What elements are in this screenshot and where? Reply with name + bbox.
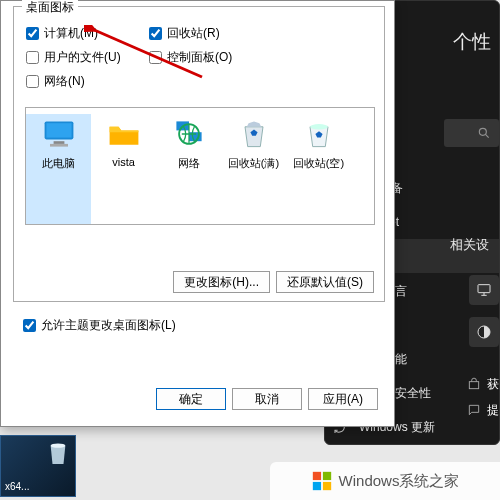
settings-title: 个性 bbox=[453, 29, 491, 55]
svg-rect-23 bbox=[322, 482, 330, 490]
recycle-full-icon bbox=[236, 116, 272, 152]
related-settings-title: 相关设 bbox=[450, 236, 489, 254]
desktop-icon-dialog: 桌面图标 计算机(M) 回收站(R) 用户的文件(U) 控制面板(O) 网络(N… bbox=[0, 0, 395, 427]
svg-rect-14 bbox=[50, 144, 68, 147]
check-recycle[interactable]: 回收站(R) bbox=[149, 25, 220, 42]
feedback-icon bbox=[467, 403, 481, 417]
svg-point-19 bbox=[51, 443, 66, 447]
svg-rect-20 bbox=[312, 472, 320, 480]
recycle-bin-icon[interactable] bbox=[47, 440, 69, 466]
link-store[interactable]: 获 bbox=[467, 371, 499, 397]
check-allow-theme[interactable]: 允许主题更改桌面图标(L) bbox=[23, 317, 176, 334]
icon-bin-full[interactable]: 回收站(满) bbox=[221, 114, 286, 224]
related-links: 获 提 bbox=[467, 371, 499, 423]
svg-rect-21 bbox=[322, 472, 330, 480]
icon-vista[interactable]: vista bbox=[91, 114, 156, 224]
svg-rect-22 bbox=[312, 482, 320, 490]
ok-button[interactable]: 确定 bbox=[156, 388, 226, 410]
store-icon bbox=[467, 377, 481, 391]
desktop-label: x64... bbox=[5, 481, 29, 492]
svg-line-1 bbox=[485, 134, 488, 137]
svg-point-18 bbox=[310, 124, 328, 129]
search-icon bbox=[477, 126, 491, 140]
icon-thispc[interactable]: 此电脑 bbox=[26, 114, 91, 224]
watermark: Windows系统之家 bbox=[270, 462, 500, 500]
icon-preview-pane: 此电脑 vista 网络 回收站(满) 回收站(空) bbox=[25, 107, 375, 225]
icon-button-row: 更改图标(H)... 还原默认值(S) bbox=[173, 271, 374, 293]
folder-icon bbox=[106, 116, 142, 152]
apply-button[interactable]: 应用(A) bbox=[308, 388, 378, 410]
dialog-footer: 确定 取消 应用(A) bbox=[156, 388, 378, 410]
svg-point-0 bbox=[479, 128, 486, 135]
network-icon bbox=[171, 116, 207, 152]
icon-bin-empty[interactable]: 回收站(空) bbox=[286, 114, 351, 224]
restore-defaults-button[interactable]: 还原默认值(S) bbox=[276, 271, 374, 293]
desktop-fragment: x64... bbox=[0, 435, 76, 497]
svg-rect-9 bbox=[469, 382, 478, 389]
check-userfiles[interactable]: 用户的文件(U) bbox=[26, 49, 121, 66]
svg-rect-12 bbox=[46, 123, 71, 137]
pc-icon bbox=[41, 116, 77, 152]
change-icon-button[interactable]: 更改图标(H)... bbox=[173, 271, 270, 293]
windows-logo-icon bbox=[311, 470, 333, 492]
cancel-button[interactable]: 取消 bbox=[232, 388, 302, 410]
search-input[interactable] bbox=[444, 119, 499, 147]
link-feedback[interactable]: 提 bbox=[467, 397, 499, 423]
check-network[interactable]: 网络(N) bbox=[26, 73, 85, 90]
icon-network[interactable]: 网络 bbox=[156, 114, 221, 224]
group-title: 桌面图标 bbox=[22, 0, 78, 16]
check-computer[interactable]: 计算机(M) bbox=[26, 25, 98, 42]
check-controlpanel[interactable]: 控制面板(O) bbox=[149, 49, 232, 66]
recycle-empty-icon bbox=[301, 116, 337, 152]
svg-rect-13 bbox=[53, 141, 64, 144]
desktop-icons-group: 桌面图标 计算机(M) 回收站(R) 用户的文件(U) 控制面板(O) 网络(N… bbox=[13, 6, 385, 302]
